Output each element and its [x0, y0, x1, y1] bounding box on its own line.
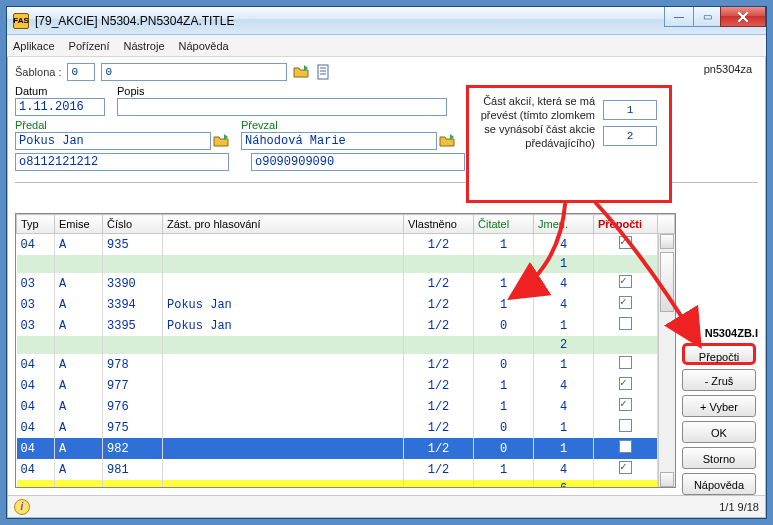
row-checkbox[interactable]: [619, 398, 632, 411]
row-checkbox[interactable]: [619, 377, 632, 390]
template-name-input[interactable]: [101, 63, 287, 81]
table-cell: 1: [534, 315, 594, 336]
table-row[interactable]: 04A9751/201: [17, 417, 675, 438]
predal-lookup-icon[interactable]: [213, 133, 229, 149]
col-citatel[interactable]: Čitatel: [474, 215, 534, 234]
fraction-text: Část akcií, která se má převést (tímto z…: [477, 94, 595, 194]
col-typ[interactable]: Typ: [17, 215, 55, 234]
table-cell: [404, 336, 474, 354]
table-cell: 04: [17, 417, 55, 438]
open-template-icon[interactable]: [293, 64, 309, 80]
template-code-input[interactable]: [67, 63, 95, 81]
table-cell: A: [55, 354, 103, 375]
table-cell: 6: [534, 480, 594, 488]
shares-table: Typ Emise Číslo Zást. pro hlasování Vlas…: [16, 214, 675, 488]
table-row[interactable]: 04A9821/201: [17, 438, 675, 459]
fraction-numerator[interactable]: 1: [603, 100, 657, 120]
table-cell: [163, 255, 404, 273]
table-cell: 0: [474, 354, 534, 375]
table-cell: [163, 459, 404, 480]
table-cell: 03: [17, 315, 55, 336]
table-row[interactable]: 6: [17, 480, 675, 488]
prevzal-input[interactable]: [241, 132, 437, 150]
table-cell-checkbox: [594, 255, 658, 273]
document-icon[interactable]: [315, 64, 331, 80]
menu-nastroje[interactable]: Nástroje: [124, 40, 165, 52]
table-row[interactable]: 04A9771/214: [17, 375, 675, 396]
table-cell: [55, 336, 103, 354]
minimize-button[interactable]: —: [664, 7, 694, 27]
table-cell: 975: [103, 417, 163, 438]
col-zast[interactable]: Zást. pro hlasování: [163, 215, 404, 234]
col-emise[interactable]: Emise: [55, 215, 103, 234]
scroll-thumb[interactable]: [660, 252, 674, 312]
menu-aplikace[interactable]: Aplikace: [13, 40, 55, 52]
table-cell: [17, 255, 55, 273]
prevzal-code-input[interactable]: [251, 153, 465, 171]
scroll-up[interactable]: [660, 234, 674, 249]
table-cell: 03: [17, 294, 55, 315]
ok-button[interactable]: OK: [682, 421, 756, 443]
predal-code-input[interactable]: [15, 153, 229, 171]
col-vlastneno[interactable]: Vlastněno: [404, 215, 474, 234]
row-checkbox[interactable]: [619, 461, 632, 474]
col-cislo[interactable]: Číslo: [103, 215, 163, 234]
napoveda-button[interactable]: Nápověda: [682, 473, 756, 495]
row-checkbox[interactable]: [619, 296, 632, 309]
menu-napoveda[interactable]: Nápověda: [179, 40, 229, 52]
table-row[interactable]: 04A9761/214: [17, 396, 675, 417]
table-cell: [474, 480, 534, 488]
table-cell: 1/2: [404, 396, 474, 417]
table-cell-checkbox: [594, 396, 658, 417]
table-cell: [163, 375, 404, 396]
table-row[interactable]: 04A9781/201: [17, 354, 675, 375]
table-cell: [474, 255, 534, 273]
col-prepocti[interactable]: Přepočti: [594, 215, 658, 234]
scroll-down[interactable]: [660, 472, 674, 487]
table-cell: A: [55, 459, 103, 480]
table-row[interactable]: 04A9811/214: [17, 459, 675, 480]
prevzal-lookup-icon[interactable]: [439, 133, 455, 149]
table-row[interactable]: 03A3395Pokus Jan1/201: [17, 315, 675, 336]
table-row[interactable]: 04A9351/214: [17, 234, 675, 256]
maximize-button[interactable]: ▭: [693, 7, 721, 27]
table-cell: 03: [17, 273, 55, 294]
info-icon[interactable]: i: [14, 499, 30, 515]
table-cell: 0: [474, 417, 534, 438]
vyber-button[interactable]: + Vyber: [682, 395, 756, 417]
table-cell-checkbox: [594, 354, 658, 375]
table-cell: [103, 255, 163, 273]
table-cell: 1: [534, 438, 594, 459]
row-checkbox[interactable]: [619, 236, 632, 249]
table-cell: 4: [534, 294, 594, 315]
datum-input[interactable]: [15, 98, 105, 116]
row-checkbox[interactable]: [619, 356, 632, 369]
table-cell: 1/2: [404, 315, 474, 336]
table-scrollbar[interactable]: [658, 234, 675, 487]
table-cell-checkbox: [594, 480, 658, 488]
table-row[interactable]: 1: [17, 255, 675, 273]
table-cell: A: [55, 273, 103, 294]
table-cell-checkbox: [594, 234, 658, 256]
table-row[interactable]: 2: [17, 336, 675, 354]
close-button[interactable]: [720, 7, 766, 27]
col-jmen[interactable]: Jmen.: [534, 215, 594, 234]
zrus-button[interactable]: - Zruš: [682, 369, 756, 391]
fraction-denominator[interactable]: 2: [603, 126, 657, 146]
row-checkbox[interactable]: [619, 317, 632, 330]
prepocti-button[interactable]: Přepočti: [682, 343, 756, 365]
popis-input[interactable]: [117, 98, 447, 116]
table-cell-checkbox: [594, 294, 658, 315]
table-row[interactable]: 03A33901/214: [17, 273, 675, 294]
table-container: Typ Emise Číslo Zást. pro hlasování Vlas…: [15, 213, 676, 488]
menu-porizeni[interactable]: Pořízení: [69, 40, 110, 52]
row-checkbox[interactable]: [619, 275, 632, 288]
row-checkbox[interactable]: [619, 419, 632, 432]
table-cell: 4: [534, 234, 594, 256]
table-cell: A: [55, 396, 103, 417]
predal-input[interactable]: [15, 132, 211, 150]
table-row[interactable]: 03A3394Pokus Jan1/214: [17, 294, 675, 315]
table-cell: 4: [534, 375, 594, 396]
storno-button[interactable]: Storno: [682, 447, 756, 469]
row-checkbox[interactable]: [619, 440, 632, 453]
